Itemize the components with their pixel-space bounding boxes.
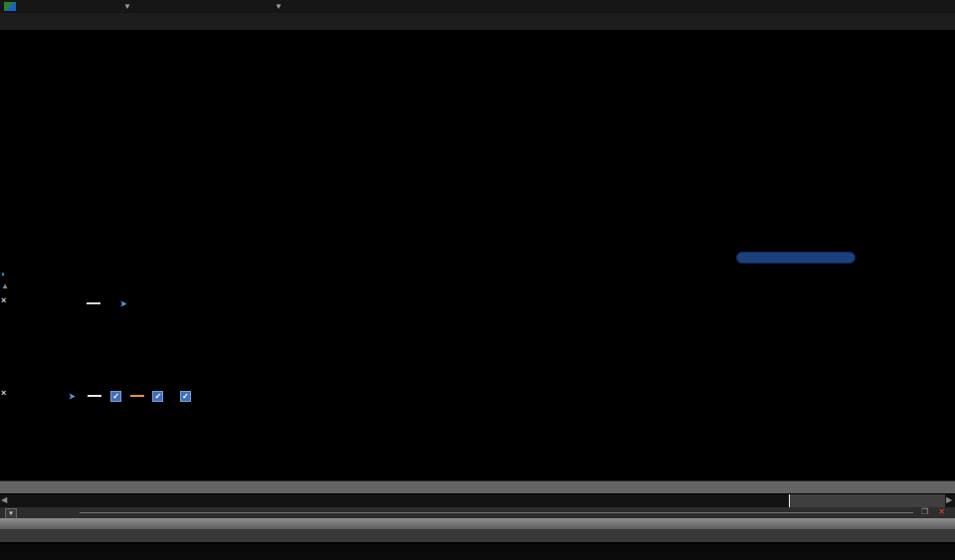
- quote-panel-rule: [80, 512, 913, 513]
- main-toolbar: [0, 13, 955, 31]
- timeframe-caret-icon[interactable]: ▼: [275, 2, 283, 11]
- ppo-panel-header: ➤ ✓ ✓ ✓: [43, 390, 194, 402]
- quote-panel-popout-icon[interactable]: ❐: [921, 507, 928, 516]
- date-axis[interactable]: [0, 480, 955, 494]
- quote-panel-close-icon[interactable]: ✕: [938, 507, 945, 516]
- range-scrollbar[interactable]: ◀ ▶: [0, 493, 955, 508]
- instrument-caret-icon[interactable]: ▼: [123, 2, 131, 11]
- rsi-pointer-icon[interactable]: ➤: [120, 299, 127, 308]
- range-right-arrow-icon[interactable]: ▶: [946, 495, 952, 504]
- ppo-pointer-icon[interactable]: ➤: [69, 392, 76, 401]
- ppo-line-checkbox[interactable]: ✓: [110, 391, 121, 402]
- quote-column-headers: [0, 518, 955, 529]
- title-bar: ▼ ▼: [0, 0, 955, 13]
- ppo-line-swatch-icon: [88, 395, 101, 397]
- status-bar: [0, 544, 955, 560]
- app-icon: [4, 2, 16, 11]
- range-left-arrow-icon[interactable]: ◀: [1, 495, 7, 504]
- ppo-osma-checkbox[interactable]: ✓: [180, 391, 191, 402]
- range-window[interactable]: [789, 494, 945, 507]
- ppo-ma-checkbox[interactable]: ✓: [152, 391, 163, 402]
- quote-panel-header: ▼ ❐ ✕: [0, 507, 955, 518]
- trade-callout[interactable]: [736, 252, 856, 264]
- trading-app-window: ▼ ▼ ◗ ▲ × × ➤ ➤ ✓ ✓ ✓ ◀ ▶: [0, 0, 955, 560]
- ppo-ma-swatch-icon: [130, 395, 144, 397]
- rsi-panel-header: ➤: [43, 297, 126, 308]
- rsi-line-swatch-icon: [87, 302, 100, 304]
- quote-row[interactable]: [0, 529, 955, 542]
